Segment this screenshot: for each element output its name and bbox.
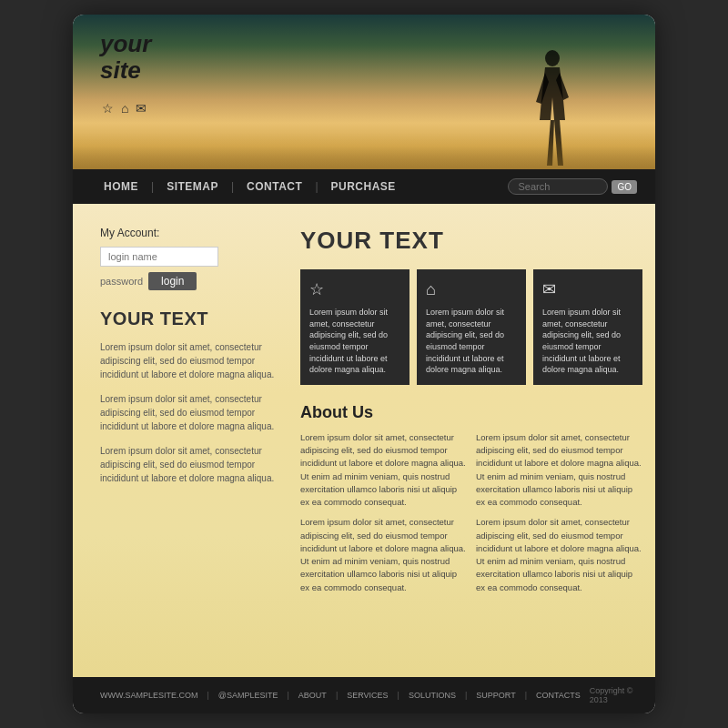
nav-bar: HOME | SITEMAP | CONTACT | PURCHASE GO xyxy=(73,169,655,204)
search-button[interactable]: GO xyxy=(612,180,637,194)
nav-items: HOME | SITEMAP | CONTACT | PURCHASE xyxy=(91,180,508,193)
about-col-right: Lorem ipsum dolor sit amet, consectetur … xyxy=(476,431,642,602)
nav-search: GO xyxy=(508,178,637,195)
about-text-2: Lorem ipsum dolor sit amet, consectetur … xyxy=(300,516,467,594)
footer-solutions[interactable]: SOLUTIONS xyxy=(399,691,465,700)
password-label: password xyxy=(100,276,143,287)
search-input[interactable] xyxy=(508,178,608,195)
login-button[interactable]: login xyxy=(148,272,197,290)
about-heading: About Us xyxy=(300,403,642,422)
login-name-input[interactable] xyxy=(100,247,218,267)
about-text-3: Lorem ipsum dolor sit amet, consectetur … xyxy=(476,431,642,510)
feature-icon-1: ☆ xyxy=(309,278,400,301)
footer-contacts[interactable]: CONTACTS xyxy=(527,691,590,700)
footer-website[interactable]: WWW.SAMPLESITE.COM xyxy=(91,691,207,700)
nav-sitemap[interactable]: SITEMAP xyxy=(154,180,231,193)
about-col-left: Lorem ipsum dolor sit amet, consectetur … xyxy=(300,431,467,602)
footer-social[interactable]: @SAMPLESITE xyxy=(209,691,288,700)
about-text-4: Lorem ipsum dolor sit amet, consectetur … xyxy=(476,516,642,594)
nav-home[interactable]: HOME xyxy=(91,180,151,193)
mail-icon: ✉ xyxy=(136,101,147,116)
about-text-1: Lorem ipsum dolor sit amet, consectetur … xyxy=(300,431,467,510)
about-grid: Lorem ipsum dolor sit amet, consectetur … xyxy=(300,431,642,602)
main-right: YOUR TEXT ☆ Lorem ipsum dolor sit amet, … xyxy=(300,222,642,602)
svg-point-0 xyxy=(545,50,560,66)
sidebar-text-3: Lorem ipsum dolor sit amet, consectetur … xyxy=(100,444,282,485)
password-row: password login xyxy=(100,272,282,290)
footer-about[interactable]: ABOUT xyxy=(289,691,336,700)
feature-text-1: Lorem ipsum dolor sit amet, consectetur … xyxy=(309,308,388,374)
footer: WWW.SAMPLESITE.COM | @SAMPLESITE | ABOUT… xyxy=(73,677,655,713)
feature-text-2: Lorem ipsum dolor sit amet, consectetur … xyxy=(426,308,504,374)
home-icon: ⌂ xyxy=(121,101,128,116)
nav-contact[interactable]: CONTACT xyxy=(234,180,315,193)
feature-icon-3: ✉ xyxy=(542,278,633,301)
feature-card-2: ⌂ Lorem ipsum dolor sit amet, consectetu… xyxy=(417,269,526,385)
feature-card-3: ✉ Lorem ipsum dolor sit amet, consectetu… xyxy=(533,269,642,385)
feature-icon-2: ⌂ xyxy=(426,278,517,301)
header-banner: your site ☆ ⌂ ✉ xyxy=(73,15,655,169)
my-account-label: My Account: xyxy=(100,227,282,239)
content-grid: My Account: password login YOUR TEXT Lor… xyxy=(100,222,628,602)
main-content: My Account: password login YOUR TEXT Lor… xyxy=(73,204,655,677)
star-icon: ☆ xyxy=(102,101,114,116)
nav-purchase[interactable]: PURCHASE xyxy=(318,180,409,193)
site-logo: your site xyxy=(100,31,151,83)
main-heading: YOUR TEXT xyxy=(300,227,642,255)
website-container: your site ☆ ⌂ ✉ xyxy=(73,15,655,713)
footer-copyright: Copyright © 2013 xyxy=(590,686,637,704)
sidebar-text-2: Lorem ipsum dolor sit amet, consectetur … xyxy=(100,392,282,433)
sidebar: My Account: password login YOUR TEXT Lor… xyxy=(100,222,282,602)
footer-services[interactable]: SERVICES xyxy=(338,691,397,700)
sidebar-text-1: Lorem ipsum dolor sit amet, consectetur … xyxy=(100,340,282,381)
feature-cards: ☆ Lorem ipsum dolor sit amet, consectetu… xyxy=(300,269,642,385)
feature-card-1: ☆ Lorem ipsum dolor sit amet, consectetu… xyxy=(300,269,410,385)
footer-support[interactable]: SUPPORT xyxy=(467,691,524,700)
header-icons: ☆ ⌂ ✉ xyxy=(102,101,147,116)
feature-text-3: Lorem ipsum dolor sit amet, consectetur … xyxy=(542,308,621,374)
sidebar-heading: YOUR TEXT xyxy=(100,308,282,329)
